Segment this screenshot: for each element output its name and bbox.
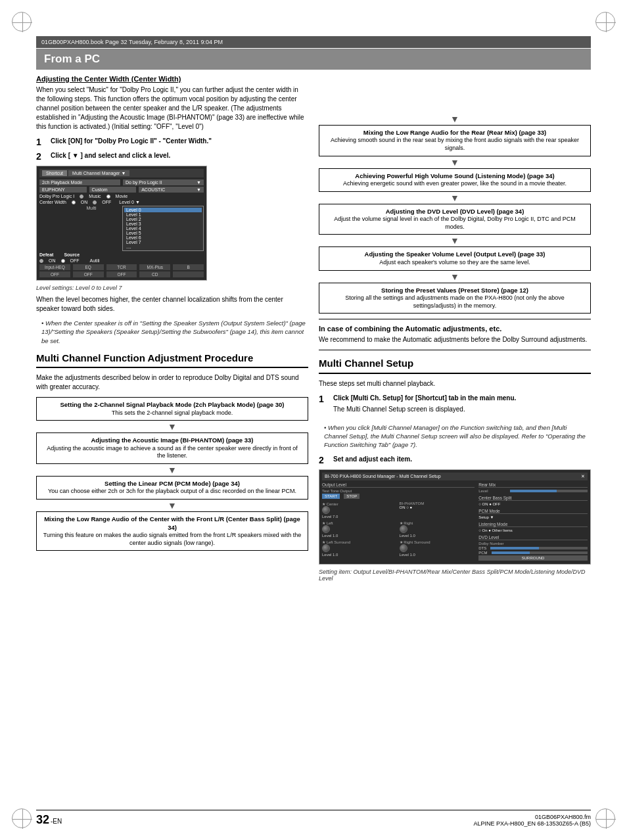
mcs-fl-label: ★ Left bbox=[322, 521, 398, 525]
ss-acoustic: ACOUSTIC▼ bbox=[139, 187, 204, 193]
screenshot-box: Shortcut Multi Channel Manager ▼ 2ch Pla… bbox=[36, 166, 207, 281]
ss-level-more[interactable]: .... bbox=[124, 245, 202, 249]
mcs-rr-val: Level 1.0 bbox=[400, 553, 475, 557]
ss-defeat-off[interactable] bbox=[61, 259, 65, 263]
ss-level-dropdown[interactable]: Level 0 Level 1 Level 2 Level 3 Level 4 … bbox=[122, 206, 204, 251]
flow-box-2ch: Setting the 2-Channel Signal Playback Mo… bbox=[36, 397, 308, 421]
ss-off-label: OFF bbox=[102, 200, 111, 204]
ss-euphony-row: EUPHONY Custom ACOUSTIC▼ bbox=[39, 187, 204, 193]
right-flow-arrow-4: ▼ bbox=[319, 272, 591, 281]
footer-sub: -EN bbox=[51, 818, 62, 825]
mcs-rearmix-slider[interactable] bbox=[510, 490, 588, 492]
multi-channel-heading: Multi Channel Function Adjustment Proced… bbox=[36, 352, 308, 369]
right-column: ▼ Mixing the Low Range Audio for the Rea… bbox=[319, 70, 591, 807]
ss-level-1[interactable]: Level 1 bbox=[124, 212, 202, 217]
flow-arrow-1: ▼ bbox=[36, 422, 308, 431]
mcs-rl-knob[interactable] bbox=[322, 544, 330, 552]
footer-filename: 01GB06PXAH800.fm bbox=[535, 814, 591, 820]
flow-box-dvd-title: Adjusting the DVD Level (DVD Level) (pag… bbox=[325, 208, 585, 216]
combining-body: We recommend to make the Automatic adjus… bbox=[319, 335, 591, 344]
flow-box-preset: Storing the Preset Values (Preset Store)… bbox=[319, 283, 591, 314]
flow-box-listening-title: Achieving Powerful High Volume Sound (Li… bbox=[325, 172, 585, 180]
header-filename: 01GB00PXAH800.book Page 32 Tuesday, Febr… bbox=[36, 39, 223, 45]
cross-tr bbox=[596, 12, 616, 32]
ss-cell-eq: EQ bbox=[73, 264, 104, 270]
ss-2ch-value: Do by Pro Logic II▼ bbox=[123, 179, 204, 185]
mcs-body-area: Output Level Test Tone Output START STOP… bbox=[322, 482, 588, 561]
ss-cell-tcr: TCR bbox=[106, 264, 137, 270]
mcs-heading: Multi Channel Setup bbox=[319, 357, 591, 374]
ss-level-0[interactable]: Level 0 bbox=[124, 208, 202, 212]
ss-level-6[interactable]: Level 6 bbox=[124, 235, 202, 240]
mcs-screenshot: BI-700 PXA-H800 Sound Manager - Multi Ch… bbox=[319, 469, 591, 565]
mcs-btn-start[interactable]: START bbox=[322, 494, 340, 499]
mcs-test-row: Test Tone Output bbox=[322, 489, 475, 493]
right-flow-top: ▼ Mixing the Low Range Audio for the Rea… bbox=[319, 114, 591, 314]
mcs-rl-area: ★ Left Surround Level 1.0 bbox=[322, 540, 398, 557]
mcs-right-area: ★ Right Level 1.0 bbox=[400, 521, 475, 538]
ss-val-tcr: OFF bbox=[106, 271, 137, 277]
mcs-screenshot-caption: Setting item: Output Level/BI-PHANTOM/Re… bbox=[319, 569, 591, 582]
right-flow-arrow-2: ▼ bbox=[319, 193, 591, 202]
flow-box-pcm-title: Setting the Linear PCM (PCM Mode) (page … bbox=[42, 480, 302, 488]
mcs-btn-stop[interactable]: STOP bbox=[344, 494, 360, 499]
mcs-center-knob[interactable] bbox=[322, 506, 330, 514]
ss-defeat-on-label: ON bbox=[49, 258, 56, 263]
mcs-bi-val: ON ○ ● bbox=[400, 505, 475, 509]
ss-custom: Custom bbox=[89, 187, 137, 193]
flow-box-center-bass: Mixing the Low Range Audio of the Center… bbox=[36, 511, 308, 551]
divider2 bbox=[319, 350, 591, 350]
ss-level-3[interactable]: Level 3 bbox=[124, 222, 202, 226]
mcs-close[interactable]: ✕ bbox=[581, 474, 585, 479]
ss-level-5[interactable]: Level 5 bbox=[124, 231, 202, 235]
ss-source-label: Source bbox=[64, 252, 80, 257]
ss-level-7[interactable]: Level 7 bbox=[124, 240, 202, 245]
ss-music-radio[interactable] bbox=[80, 195, 83, 198]
mcs-dolby-val: DTS bbox=[478, 546, 486, 550]
flow-box-rearmix-title: Mixing the Low Range Audio for the Rear … bbox=[325, 129, 585, 137]
screenshot-caption: Level settings: Level 0 to Level 7 bbox=[36, 285, 308, 291]
mcs-surround-btn[interactable]: SURROUND bbox=[478, 555, 588, 561]
ss-centerwidth-row: Center Width ON OFF Level 0 ▼ bbox=[39, 200, 204, 204]
mcs-rearmix-row: Level bbox=[478, 489, 588, 493]
note-bullet: When the Center speaker is off in "Setti… bbox=[41, 319, 308, 345]
step-2-text: Click [ ▼ ] and select and click a level… bbox=[51, 151, 170, 162]
ss-off-radio[interactable] bbox=[93, 200, 97, 204]
flow-box-bi: Adjusting the Acoustic Image (BI-PHANTOM… bbox=[36, 432, 308, 464]
ss-movie-radio[interactable] bbox=[106, 195, 110, 198]
ss-level-4[interactable]: Level 4 bbox=[124, 226, 202, 231]
mcs-rearmix-title: Rear Mix bbox=[478, 482, 588, 488]
footer-left: 32 -EN bbox=[36, 813, 62, 827]
flow-box-output: Adjusting the Speaker Volume Level (Outp… bbox=[319, 246, 591, 270]
mcs-output-title: Output Level bbox=[322, 482, 475, 488]
mcs-pcm-slider[interactable] bbox=[492, 551, 588, 554]
mcs-dolby-label: Dolby Number bbox=[478, 542, 508, 546]
step-1-num: 1 bbox=[36, 137, 47, 147]
step-1-text: Click [ON] for "Dolby Pro Logic II" - "C… bbox=[51, 137, 212, 147]
flow-arrow-3: ▼ bbox=[36, 501, 308, 510]
ss-val-eq: OFF bbox=[73, 271, 104, 277]
ss-euphony: EUPHONY bbox=[39, 187, 87, 193]
ss-level-2[interactable]: Level 2 bbox=[124, 217, 202, 222]
ss-defeat-on[interactable] bbox=[39, 259, 43, 263]
ss-on-label: ON bbox=[81, 200, 88, 204]
mcs-fl-knob[interactable] bbox=[322, 525, 330, 533]
cross-bl bbox=[12, 809, 32, 829]
ss-cell-mxplus: MX-Plus bbox=[139, 264, 170, 270]
ss-header: Shortcut Multi Channel Manager ▼ bbox=[39, 169, 204, 177]
mcs-fr-knob[interactable] bbox=[400, 525, 407, 533]
section-header-text: From a PC bbox=[44, 53, 100, 66]
mcs-body: These steps set multi channel playback. bbox=[319, 379, 591, 388]
flow-box-bi-title: Adjusting the Acoustic Image (BI-PHANTOM… bbox=[42, 436, 302, 444]
flow-box-listening: Achieving Powerful High Volume Sound (Li… bbox=[319, 168, 591, 192]
ss-2ch-label: 2ch Playback Mode bbox=[39, 179, 120, 185]
main-content: Adjusting the Center Width (Center Width… bbox=[36, 70, 591, 807]
mcs-rr-label: ★ Right Surround bbox=[400, 540, 475, 544]
ss-on-radio[interactable] bbox=[72, 200, 76, 204]
mcs-rr-knob[interactable] bbox=[400, 544, 407, 552]
mcs-dolby-row: Dolby Number bbox=[478, 542, 588, 546]
mcs-left-area: ★ Left Level 1.0 bbox=[322, 521, 398, 538]
adjusting-center-width-title: Adjusting the Center Width (Center Width… bbox=[36, 75, 308, 83]
mcs-dolby-slider[interactable] bbox=[490, 547, 588, 549]
mcs-test-label: Test Tone Output bbox=[322, 489, 352, 493]
